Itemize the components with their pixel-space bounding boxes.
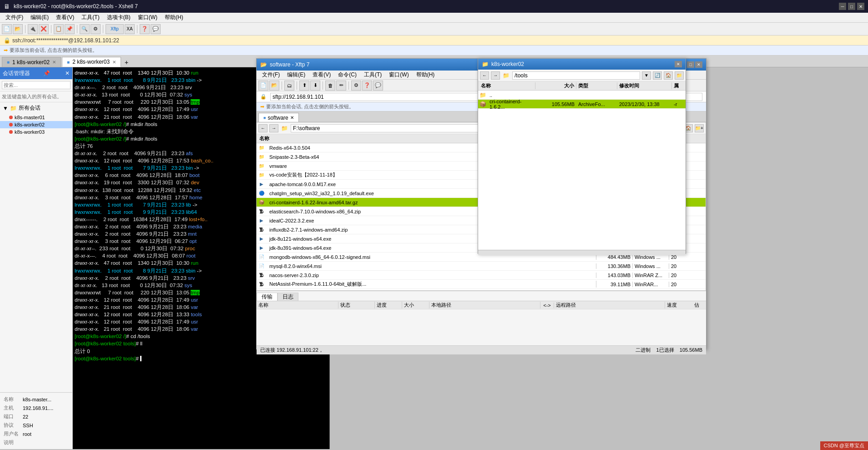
local-file-mysql[interactable]: 📄 mysql-8.2.0-winx64.msi 130.36MB Window… xyxy=(257,262,706,271)
xftp-menu-help[interactable]: 帮助(H) xyxy=(413,70,439,80)
tb-open[interactable]: 📂 xyxy=(13,24,23,34)
xftp-hint-icon: ➡ xyxy=(260,104,264,110)
xftp-tb-rename[interactable]: ✏ xyxy=(336,81,346,91)
folder-icon-vmware: 📁 xyxy=(258,162,265,170)
xftp-maximize-btn[interactable]: □ xyxy=(687,61,694,68)
close-btn[interactable]: ✕ xyxy=(857,3,864,10)
xftp-addr-input[interactable] xyxy=(270,93,480,101)
tab-k8s-worker03[interactable]: ■ 2 k8s-worker03 ✕ xyxy=(62,57,121,67)
k8s-forward-btn[interactable]: → xyxy=(491,71,500,80)
menu-edit[interactable]: 编辑(E) xyxy=(27,13,52,22)
k8s-go-btn[interactable]: ▼ xyxy=(642,71,651,80)
session-pin[interactable]: 📌 xyxy=(43,70,50,76)
tab-k8s-worker02[interactable]: ■ 1 k8s-worker02 ✕ xyxy=(2,57,61,67)
session-item-master01[interactable]: k8s-master01 xyxy=(0,114,72,121)
tb-find[interactable]: 🔍 xyxy=(80,24,90,34)
menu-file[interactable]: 文件(F) xyxy=(2,13,27,22)
tb-connect[interactable]: 🔌 xyxy=(28,24,38,34)
transfer-tab-transfer[interactable]: 传输 xyxy=(257,293,278,301)
menu-tools[interactable]: 工具(T) xyxy=(78,13,103,22)
xftp-menu-tools[interactable]: 工具(T) xyxy=(360,70,385,80)
status-connected: 已连接 192.168.91.101:22， xyxy=(260,347,323,354)
xftp-menu-edit[interactable]: 编辑(E) xyxy=(283,70,309,80)
title-bar: 🖥 k8s-worker02 - root@k8s-worker02:/tool… xyxy=(0,0,868,13)
xftp-close-btn[interactable]: ✕ xyxy=(695,61,702,68)
tb-xagent[interactable]: XA xyxy=(125,24,135,34)
menu-view[interactable]: 查看(V) xyxy=(52,13,78,22)
local-forward-btn[interactable]: → xyxy=(269,124,278,132)
local-file-mysql-date: 20 xyxy=(669,263,706,269)
xftp-tb-sep2 xyxy=(297,81,297,90)
tb-xftp[interactable]: Xftp xyxy=(106,24,124,34)
xftp-tb-upload[interactable]: ⬆ xyxy=(299,81,309,91)
xftp-tb-help[interactable]: ❓ xyxy=(362,81,372,91)
info-host-label: 主机 xyxy=(3,404,21,412)
tab-close-2[interactable]: ✕ xyxy=(112,60,116,65)
xftp-menu-window[interactable]: 窗口(W) xyxy=(385,70,412,80)
info-user-label: 用户名 xyxy=(3,430,21,438)
th-local-path: 本地路径 xyxy=(429,302,540,308)
tb-disconnect[interactable]: ❌ xyxy=(39,24,49,34)
transfer-tab-log[interactable]: 日志 xyxy=(278,293,298,301)
info-proto-label: 协议 xyxy=(3,421,21,429)
xftp-tb-delete[interactable]: 🗑 xyxy=(325,81,335,91)
k8s-new-folder-btn[interactable]: 📁 xyxy=(675,71,684,80)
k8s-scrollbar-h[interactable] xyxy=(478,250,686,255)
status-middle: 二进制 1已选择 105.56MB xyxy=(636,347,702,354)
xftp-tb-open[interactable]: 📂 xyxy=(269,81,279,91)
tab-close-1[interactable]: ✕ xyxy=(52,60,56,65)
xftp-tb-settings[interactable]: ⚙ xyxy=(351,81,361,91)
tb-paste[interactable]: 📌 xyxy=(65,24,75,34)
local-file-mysql-name: mysql-8.2.0-winx64.msi xyxy=(267,263,596,269)
k8s-path-input[interactable] xyxy=(512,71,640,80)
file-icon-mysql: 📄 xyxy=(258,263,265,270)
k8s-refresh-btn[interactable]: 🔄 xyxy=(653,71,662,80)
session-group-all[interactable]: ▼ 📁 所有会话 xyxy=(0,102,72,114)
tb-chat[interactable]: 💬 xyxy=(151,24,161,34)
local-new-folder-btn[interactable]: 📁+ xyxy=(695,124,704,132)
k8s-back-btn[interactable]: ← xyxy=(480,71,489,80)
menu-window[interactable]: 窗口(W) xyxy=(134,13,161,22)
menu-tabs[interactable]: 选项卡(B) xyxy=(103,13,134,22)
local-file-nacos[interactable]: 🗜 nacos-server-2.3.0.zip 143.03MB WinRAR… xyxy=(257,271,706,280)
tab-icon-2: ■ xyxy=(67,60,70,65)
status-dot-master01 xyxy=(9,116,13,119)
menu-help[interactable]: 帮助(H) xyxy=(161,13,187,22)
local-file-netassist[interactable]: 🗜 NetAssist-Premium-1.6.11.0-64bit_破解版..… xyxy=(257,280,706,289)
xftp-status-bar: 已连接 192.168.91.101:22， 二进制 1已选择 105.56MB xyxy=(257,345,706,354)
k8s-close-btn[interactable]: ✕ xyxy=(675,61,682,67)
xftp-tb-new[interactable]: 📄 xyxy=(258,81,268,91)
xftp-tb-chat[interactable]: 💬 xyxy=(373,81,383,91)
maximize-btn[interactable]: □ xyxy=(848,3,855,10)
minimize-btn[interactable]: ─ xyxy=(839,3,846,10)
xftp-menu-view[interactable]: 查看(V) xyxy=(309,70,334,80)
tb-help[interactable]: ❓ xyxy=(140,24,150,34)
k8s-row-cri[interactable]: 📦 cri-containerd-1.6.2... 105.56MB Archi… xyxy=(478,100,686,109)
th-status: 状态 xyxy=(338,302,375,308)
xftp-tb-nav[interactable]: 🗂 xyxy=(284,81,294,91)
xftp-tb-download[interactable]: ⬇ xyxy=(310,81,320,91)
local-back-btn[interactable]: ← xyxy=(258,124,267,132)
xftp-tb-sep4 xyxy=(348,81,349,90)
info-port-label: 端口 xyxy=(3,413,21,420)
session-close[interactable]: ✕ xyxy=(65,70,70,76)
session-search-input[interactable] xyxy=(2,81,71,89)
term-line-40: [root@k8s-worker02 tools]# xyxy=(75,355,328,362)
session-item-worker02[interactable]: k8s-worker02 xyxy=(0,121,72,128)
tab-add-btn[interactable]: + xyxy=(122,58,131,67)
archive-icon-cri: 📦 xyxy=(258,199,265,206)
tb-copy[interactable]: 📋 xyxy=(54,24,64,34)
session-item-worker03[interactable]: k8s-worker03 xyxy=(0,128,72,136)
info-desc-val xyxy=(22,439,70,446)
tb-new[interactable]: 📄 xyxy=(2,24,12,34)
tb-sep3 xyxy=(77,25,77,33)
tb-settings[interactable]: ⚙ xyxy=(91,24,101,34)
xftp-tab-software[interactable]: ■ software ✕ xyxy=(258,113,299,122)
xftp-menu-cmd[interactable]: 命令(C) xyxy=(334,70,360,80)
group-expand-icon: ▼ xyxy=(3,105,8,111)
xftp-menu-file[interactable]: 文件(F) xyxy=(258,70,283,80)
info-proto-val: SSH xyxy=(22,421,70,429)
k8s-home-btn[interactable]: 🏠 xyxy=(664,71,673,80)
connection-bar: 🔒 ssh://root:***************@192.168.91.… xyxy=(0,35,868,46)
xftp-tab-software-close[interactable]: ✕ xyxy=(290,115,294,120)
